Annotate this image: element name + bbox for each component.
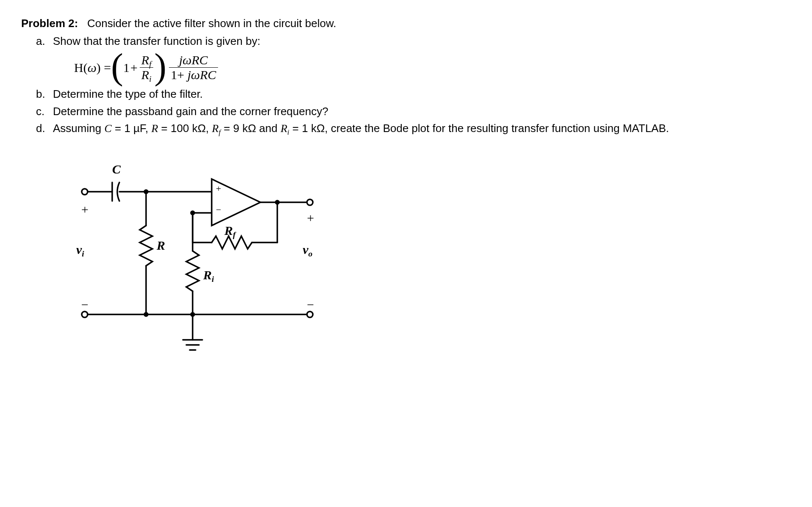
text-c: Determine the passband gain and the corn… xyxy=(53,104,791,119)
item-c: c. Determine the passband gain and the c… xyxy=(36,104,791,119)
label-ri: Ri xyxy=(203,268,214,282)
item-d: d. Assuming C = 1 µF, R = 100 kΩ, Rf = 9… xyxy=(36,121,791,136)
marker-a: a. xyxy=(36,33,53,49)
eq-lhs: H(ω) = xyxy=(74,61,111,75)
vo-plus: + xyxy=(307,211,314,225)
frac-rf-ri: Rf Ri xyxy=(140,53,153,82)
amp-plus: + xyxy=(216,183,221,194)
lparen: ( xyxy=(111,52,123,81)
vi-minus: − xyxy=(81,298,88,312)
eq-den2-pre: 1+ xyxy=(171,68,187,82)
eq-one: 1 xyxy=(123,61,130,75)
vo-minus: − xyxy=(307,298,314,312)
eq-plus1: + xyxy=(130,61,138,75)
problem-label: Problem 2: xyxy=(21,17,78,30)
eq-rf-sub: f xyxy=(149,60,151,69)
svg-point-27 xyxy=(307,199,313,205)
marker-d: d. xyxy=(36,121,53,136)
item-a: a. Show that the transfer function is gi… xyxy=(36,33,791,49)
sub-list: a. Show that the transfer function is gi… xyxy=(36,33,791,137)
marker-c: c. xyxy=(36,104,53,119)
param-ri: 1 kΩ xyxy=(302,122,325,135)
marker-b: b. xyxy=(36,86,53,102)
amp-minus: − xyxy=(216,204,221,215)
svg-point-0 xyxy=(82,189,88,195)
label-vo: vo xyxy=(303,242,312,257)
param-c: 1 µF xyxy=(124,122,145,135)
eq-ri-sub: i xyxy=(149,74,151,83)
label-vi: vi xyxy=(76,242,84,257)
circuit-diagram: C R Rf Ri vi vo + − + − + − xyxy=(72,158,368,369)
label-c: C xyxy=(112,162,121,176)
text-b: Determine the type of the filter. xyxy=(53,86,791,102)
d-post: , create the Bode plot for the resulting… xyxy=(325,122,669,135)
label-rf: Rf xyxy=(224,223,236,238)
vi-plus: + xyxy=(81,202,88,217)
eq-den2: jωRC xyxy=(188,68,216,82)
svg-point-9 xyxy=(82,311,88,317)
param-rf: 9 kΩ xyxy=(233,122,256,135)
text-d: Assuming C = 1 µF, R = 100 kΩ, Rf = 9 kΩ… xyxy=(53,121,791,136)
frac-jwrc: jωRC 1+ jωRC xyxy=(169,53,218,82)
d-pre: Assuming xyxy=(53,122,104,135)
eq-rf: R xyxy=(141,53,149,67)
problem-header: Problem 2: Consider the active filter sh… xyxy=(21,17,791,30)
item-b: b. Determine the type of the filter. xyxy=(36,86,791,102)
param-r: 100 kΩ xyxy=(171,122,206,135)
equation: H(ω) = ( 1 + Rf Ri ) jωRC 1+ jωRC xyxy=(74,53,791,82)
eq-num2: jωRC xyxy=(177,53,210,67)
svg-point-28 xyxy=(307,311,313,317)
problem-intro: Consider the active filter shown in the … xyxy=(87,17,336,30)
label-r: R xyxy=(157,238,165,253)
eq-ri: R xyxy=(141,68,149,82)
rparen: ) xyxy=(155,52,167,81)
